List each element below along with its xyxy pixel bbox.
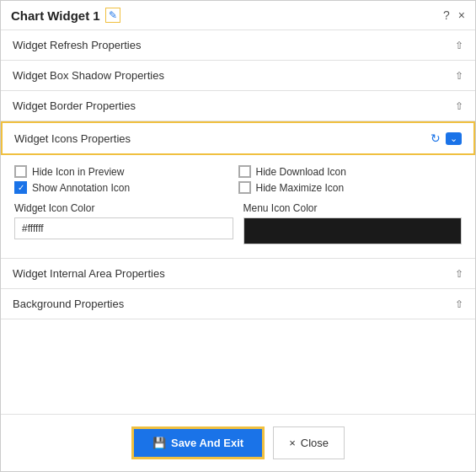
- dialog-header: Chart Widget 1 ✎ ? ×: [1, 1, 475, 30]
- accordion-icons: Widget Icons Properties ↻ ⌄ Hide Icon in…: [1, 121, 475, 259]
- chevron-icon-background: ⇧: [455, 298, 463, 310]
- save-label: Save And Exit: [171, 437, 243, 449]
- show-annotation-item: ✓ Show Annotation Icon: [14, 181, 238, 194]
- hide-icon-preview-item: Hide Icon in Preview: [14, 165, 238, 178]
- widget-icon-color-input[interactable]: [14, 217, 233, 239]
- hide-download-item: Hide Download Icon: [238, 165, 463, 178]
- widget-icon-color-field: Widget Icon Color: [14, 202, 233, 244]
- hide-icon-preview-checkbox[interactable]: [14, 165, 27, 178]
- accordion-header-refresh[interactable]: Widget Refresh Properties ⇧: [1, 30, 475, 60]
- header-actions: ? ×: [443, 8, 465, 22]
- dialog-title: Chart Widget 1: [11, 8, 100, 23]
- hide-download-checkbox[interactable]: [238, 165, 251, 178]
- icons-content: Hide Icon in Preview Hide Download Icon …: [1, 155, 475, 258]
- show-annotation-checkbox[interactable]: ✓: [14, 181, 27, 194]
- close-dialog-button[interactable]: × Close: [273, 426, 345, 459]
- help-button[interactable]: ?: [443, 8, 450, 22]
- dialog: Chart Widget 1 ✎ ? × Widget Refresh Prop…: [0, 0, 476, 472]
- icons-refresh-icon[interactable]: ↻: [431, 131, 441, 145]
- accordion-background: Background Properties ⇧: [1, 289, 475, 319]
- accordion-header-icons[interactable]: Widget Icons Properties ↻ ⌄: [1, 121, 475, 155]
- close-icon: ×: [289, 437, 296, 449]
- chevron-icon-border: ⇧: [455, 100, 463, 112]
- accordion-title-border: Widget Border Properties: [13, 99, 136, 112]
- dialog-body: Widget Refresh Properties ⇧ Widget Box S…: [1, 30, 475, 414]
- title-area: Chart Widget 1 ✎: [11, 8, 120, 23]
- accordion-title-internal: Widget Internal Area Properties: [13, 267, 165, 280]
- widget-icon-color-label: Widget Icon Color: [14, 202, 233, 214]
- menu-icon-color-swatch[interactable]: [243, 217, 463, 244]
- accordion-title-shadow: Widget Box Shadow Properties: [13, 69, 164, 82]
- chevron-icon-internal: ⇧: [455, 268, 463, 280]
- color-row: Widget Icon Color Menu Icon Color: [14, 202, 462, 244]
- accordion-internal: Widget Internal Area Properties ⇧: [1, 259, 475, 289]
- hide-icon-preview-label: Hide Icon in Preview: [32, 166, 124, 178]
- save-and-exit-button[interactable]: 💾 Save And Exit: [131, 426, 265, 459]
- show-annotation-label: Show Annotation Icon: [32, 182, 130, 194]
- accordion-shadow: Widget Box Shadow Properties ⇧: [1, 61, 475, 91]
- hide-maximize-checkbox[interactable]: [238, 181, 251, 194]
- edit-icon[interactable]: ✎: [105, 8, 120, 23]
- menu-icon-color-field: Menu Icon Color: [243, 202, 463, 244]
- close-label: Close: [301, 437, 329, 449]
- hide-maximize-label: Hide Maximize Icon: [256, 182, 345, 194]
- dialog-footer: 💾 Save And Exit × Close: [1, 414, 475, 471]
- accordion-title-background: Background Properties: [13, 298, 124, 310]
- chevron-icon-shadow: ⇧: [455, 70, 463, 82]
- save-icon: 💾: [152, 437, 166, 449]
- accordion-title-refresh: Widget Refresh Properties: [13, 39, 141, 51]
- icons-row1: Hide Icon in Preview Hide Download Icon: [14, 165, 462, 178]
- icons-chevron-icon[interactable]: ⌄: [446, 132, 462, 145]
- icons-row2: ✓ Show Annotation Icon Hide Maximize Ico…: [14, 181, 462, 194]
- hide-maximize-item: Hide Maximize Icon: [238, 181, 463, 194]
- icons-section-controls: ↻ ⌄: [431, 131, 462, 145]
- accordion-header-background[interactable]: Background Properties ⇧: [1, 289, 475, 319]
- accordion-refresh: Widget Refresh Properties ⇧: [1, 30, 475, 61]
- accordion-header-border[interactable]: Widget Border Properties ⇧: [1, 91, 475, 121]
- close-button[interactable]: ×: [458, 8, 465, 22]
- accordion-border: Widget Border Properties ⇧: [1, 91, 475, 121]
- accordion-header-internal[interactable]: Widget Internal Area Properties ⇧: [1, 259, 475, 288]
- accordion-title-icons: Widget Icons Properties: [14, 132, 131, 145]
- accordion-header-shadow[interactable]: Widget Box Shadow Properties ⇧: [1, 61, 475, 90]
- hide-download-label: Hide Download Icon: [256, 166, 346, 178]
- chevron-icon-refresh: ⇧: [455, 40, 463, 51]
- menu-icon-color-label: Menu Icon Color: [243, 202, 463, 214]
